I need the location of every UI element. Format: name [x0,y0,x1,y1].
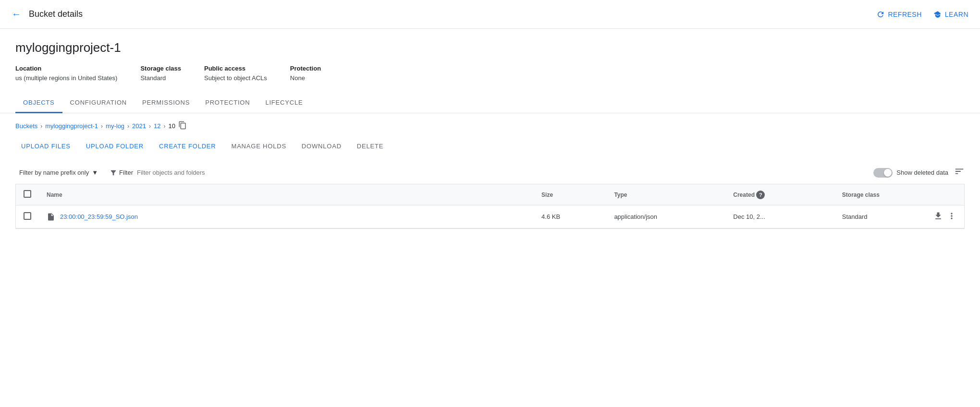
show-deleted-label: Show deleted data [896,169,948,176]
delete-button[interactable]: DELETE [351,139,389,154]
upload-folder-button[interactable]: UPLOAD FOLDER [80,139,149,154]
col-header-checkbox [16,184,39,205]
learn-icon [933,10,942,19]
row-checkbox-cell [16,205,39,228]
show-deleted-toggle-group: Show deleted data [873,168,948,178]
meta-storage-class: Storage class Standard [140,65,181,82]
show-deleted-toggle[interactable] [873,168,893,178]
header-right: REFRESH LEARN [876,10,968,19]
table-header: Name Size Type Created ? Storage class [16,184,964,205]
location-value: us (multiple regions in United States) [15,74,117,82]
table-body: 23:00:00_23:59:59_SO.json 4.6 KB applica… [16,205,964,228]
header: ← Bucket details REFRESH LEARN [0,0,980,29]
download-row-icon[interactable] [933,211,943,222]
chevron-down-icon: ▼ [92,169,98,176]
learn-button[interactable]: LEARN [933,10,968,19]
filter-right: Show deleted data [873,166,965,179]
refresh-icon [876,10,885,19]
public-access-value: Subject to object ACLs [204,74,267,82]
storage-class-value: Standard [140,74,166,82]
breadcrumb-buckets[interactable]: Buckets [15,122,37,130]
filter-left: Filter by name prefix only ▼ Filter [15,166,243,179]
filter-prefix-dropdown[interactable]: Filter by name prefix only ▼ [15,166,102,179]
tab-permissions[interactable]: PERMISSIONS [135,93,197,113]
row-actions-cell [926,205,964,228]
breadcrumb-2021[interactable]: 2021 [132,122,146,130]
meta-protection: Protection None [290,65,321,82]
select-all-checkbox[interactable] [24,190,31,198]
upload-files-button[interactable]: UPLOAD FILES [15,139,76,154]
refresh-button[interactable]: REFRESH [876,10,921,19]
header-left: ← Bucket details [12,9,83,20]
file-name[interactable]: 23:00:00_23:59:59_SO.json [60,213,138,220]
filter-text-label: Filter [119,169,133,176]
bucket-meta: Location us (multiple regions in United … [15,65,965,82]
learn-label: LEARN [945,11,968,18]
tab-lifecycle[interactable]: LIFECYCLE [257,93,310,113]
col-header-created: Created ? [725,184,834,205]
copy-path-icon[interactable] [178,121,187,131]
created-help-icon[interactable]: ? [756,191,765,199]
bucket-info: myloggingproject-1 Location us (multiple… [0,29,980,82]
breadcrumb-sep-5: › [164,123,166,130]
protection-value: None [290,74,305,82]
content: Buckets › myloggingproject-1 › my-log › … [0,113,980,237]
breadcrumb-sep-1: › [40,123,42,130]
protection-label: Protection [290,65,321,72]
back-button[interactable]: ← [12,9,21,20]
filter-bar: Filter by name prefix only ▼ Filter Show… [15,161,965,184]
breadcrumb-sep-4: › [149,123,151,130]
tab-protection[interactable]: PROTECTION [197,93,257,113]
filter-icon [110,169,117,177]
col-header-size: Size [534,184,606,205]
filter-icon-label: Filter [110,169,133,177]
row-name-cell: 23:00:00_23:59:59_SO.json [39,205,534,228]
breadcrumb: Buckets › myloggingproject-1 › my-log › … [15,121,965,131]
meta-public-access: Public access Subject to object ACLs [204,65,267,82]
col-header-storage-class: Storage class [834,184,926,205]
tab-configuration[interactable]: CONFIGURATION [62,93,135,113]
row-storage-class-cell: Standard [834,205,926,228]
meta-location: Location us (multiple regions in United … [15,65,117,82]
row-created-cell: Dec 10, 2... [725,205,834,228]
files-table: Name Size Type Created ? Storage class [16,184,964,228]
storage-class-label: Storage class [140,65,181,72]
col-header-name: Name [39,184,534,205]
row-type-cell: application/json [606,205,725,228]
row-size-cell: 4.6 KB [534,205,606,228]
density-icon[interactable] [954,166,965,179]
table-row: 23:00:00_23:59:59_SO.json 4.6 KB applica… [16,205,964,228]
breadcrumb-10: 10 [169,121,187,131]
col-header-row-actions [926,184,964,205]
location-label: Location [15,65,117,72]
breadcrumb-mylog[interactable]: my-log [106,122,124,130]
filter-prefix-label: Filter by name prefix only [19,169,89,176]
manage-holds-button[interactable]: MANAGE HOLDS [226,139,292,154]
page-title: Bucket details [29,9,83,19]
tabs: OBJECTS CONFIGURATION PERMISSIONS PROTEC… [0,93,980,113]
filter-input-group: Filter [110,169,243,177]
refresh-label: REFRESH [888,11,921,18]
more-options-icon[interactable] [947,211,956,222]
public-access-label: Public access [204,65,267,72]
create-folder-button[interactable]: CREATE FOLDER [153,139,222,154]
filter-input[interactable] [137,169,243,176]
files-table-container: Name Size Type Created ? Storage class [15,184,965,229]
download-button[interactable]: DOWNLOAD [296,139,347,154]
row-checkbox[interactable] [24,212,31,220]
col-header-type: Type [606,184,725,205]
breadcrumb-12[interactable]: 12 [154,122,160,130]
breadcrumb-project[interactable]: myloggingproject-1 [45,122,98,130]
bucket-name: myloggingproject-1 [15,40,965,55]
tab-objects[interactable]: OBJECTS [15,93,62,113]
breadcrumb-sep-3: › [127,123,129,130]
file-icon [47,213,55,221]
breadcrumb-sep-2: › [101,123,103,130]
action-bar: UPLOAD FILES UPLOAD FOLDER CREATE FOLDER… [15,139,965,154]
